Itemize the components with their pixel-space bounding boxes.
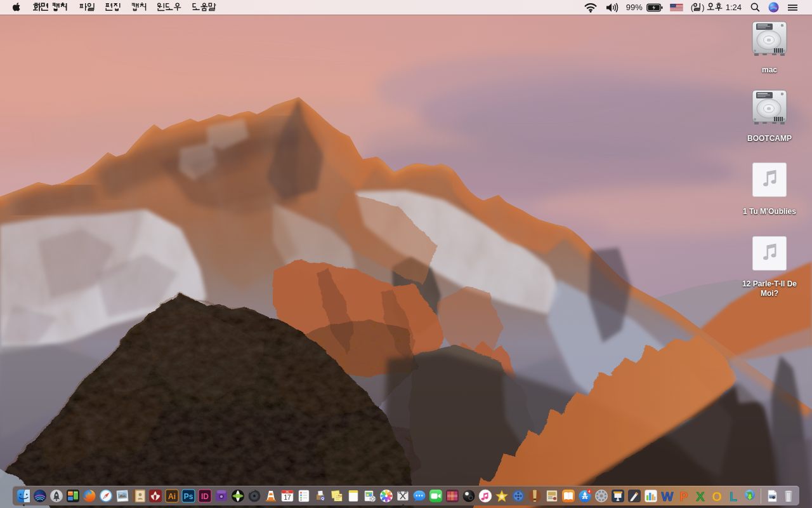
- svg-text:W: W: [661, 489, 673, 503]
- svg-text:Papa: Papa: [338, 495, 343, 497]
- svg-text:P: P: [679, 489, 688, 503]
- svg-text:L: L: [730, 489, 737, 503]
- svg-text:Ps: Ps: [184, 492, 193, 501]
- svg-text:Q: Q: [321, 496, 324, 500]
- svg-text:O: O: [712, 489, 722, 503]
- svg-text:JUL: JUL: [285, 491, 289, 493]
- svg-text:ID: ID: [201, 492, 209, 501]
- svg-text:Ai: Ai: [168, 492, 176, 501]
- svg-text:17: 17: [284, 494, 292, 501]
- svg-text:X: X: [696, 489, 705, 503]
